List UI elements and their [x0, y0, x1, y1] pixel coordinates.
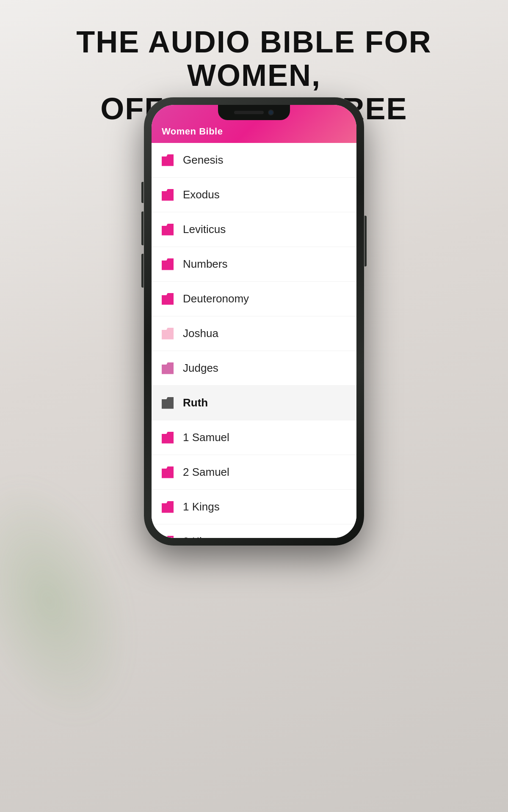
book-name[interactable]: 1 Kings	[183, 500, 220, 513]
book-name[interactable]: Exodus	[183, 188, 220, 201]
list-item[interactable]: 2 Kings	[152, 524, 356, 538]
mute-button	[141, 182, 144, 203]
phone-screen: Women Bible Genesis Exodus	[152, 105, 356, 538]
list-item[interactable]: Leviticus	[152, 212, 356, 247]
book-icon-deuteronomy	[162, 293, 174, 305]
book-name[interactable]: Judges	[183, 362, 218, 375]
volume-up-button	[141, 211, 144, 245]
list-item[interactable]: Joshua	[152, 316, 356, 351]
book-icon-numbers	[162, 258, 174, 270]
book-name[interactable]: Joshua	[183, 327, 218, 340]
book-icon-exodus	[162, 189, 174, 201]
book-icon-2kings	[162, 536, 174, 538]
list-item-selected[interactable]: Ruth	[152, 386, 356, 420]
power-button	[364, 216, 367, 266]
book-icon-joshua	[162, 328, 174, 340]
book-icon-1kings	[162, 501, 174, 513]
list-item[interactable]: Judges	[152, 351, 356, 386]
book-name[interactable]: 1 Samuel	[183, 431, 229, 444]
list-item[interactable]: 2 Samuel	[152, 455, 356, 490]
list-item[interactable]: Exodus	[152, 178, 356, 212]
list-item[interactable]: Genesis	[152, 143, 356, 178]
book-icon-judges	[162, 362, 174, 374]
volume-down-button	[141, 254, 144, 288]
book-icon-genesis	[162, 154, 174, 166]
book-icon-2samuel	[162, 466, 174, 478]
app-title: Women Bible	[162, 126, 223, 137]
speaker-icon	[234, 111, 264, 114]
list-item[interactable]: Numbers	[152, 247, 356, 282]
book-name[interactable]: Leviticus	[183, 223, 226, 236]
book-name[interactable]: Genesis	[183, 154, 223, 167]
book-name[interactable]: 2 Samuel	[183, 466, 229, 479]
header-line1: THE AUDIO BIBLE FOR WOMEN,	[76, 25, 431, 92]
phone-shell: Women Bible Genesis Exodus	[144, 97, 364, 546]
book-name[interactable]: Deuteronomy	[183, 292, 249, 305]
book-icon-1samuel	[162, 432, 174, 444]
phone-notch	[218, 105, 290, 120]
book-icon-ruth	[162, 397, 174, 409]
book-name[interactable]: Numbers	[183, 258, 227, 271]
list-item[interactable]: 1 Samuel	[152, 420, 356, 455]
bible-book-list[interactable]: Genesis Exodus Leviticus	[152, 143, 356, 538]
book-name[interactable]: 2 Kings	[183, 535, 220, 538]
phone-device: Women Bible Genesis Exodus	[144, 97, 364, 546]
list-item[interactable]: Deuteronomy	[152, 282, 356, 316]
camera-icon	[268, 110, 274, 115]
book-name-ruth[interactable]: Ruth	[183, 396, 208, 409]
book-icon-leviticus	[162, 224, 174, 236]
list-item[interactable]: 1 Kings	[152, 490, 356, 524]
